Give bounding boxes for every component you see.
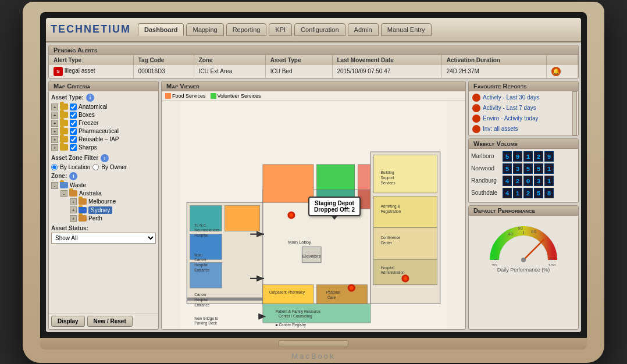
expand-reusable[interactable]: + [51, 136, 58, 143]
svg-text:Services: Services [380, 180, 396, 184]
last-movement-cell: 2015/10/09 07:50:47 [332, 65, 441, 78]
staging-depot-title: Staging Depot [314, 200, 355, 206]
folder-pharmaceutical [60, 128, 68, 134]
map-area[interactable]: Elevators [162, 101, 465, 329]
svg-text:Center: Center [380, 241, 392, 245]
svg-rect-3 [225, 205, 260, 231]
digit-0: 4 [503, 188, 512, 198]
folder-reusable [60, 136, 68, 142]
digit-0: 5 [503, 163, 512, 174]
zone-filter-info-icon[interactable]: i [101, 154, 109, 162]
expand-melbourne[interactable]: + [70, 198, 77, 205]
svg-rect-20 [316, 284, 367, 304]
checkbox-pharmaceutical[interactable] [70, 128, 77, 135]
checkbox-boxes[interactable] [70, 112, 77, 119]
folder-freezer [60, 120, 68, 126]
digit-0: 4 [503, 176, 512, 186]
favourite-item-2[interactable]: Enviro - Activity today [469, 113, 571, 124]
tab-admin[interactable]: Admin [348, 23, 379, 36]
svg-line-70 [523, 240, 544, 260]
tab-manual-entry[interactable]: Manual Entry [381, 23, 432, 36]
expand-sharps[interactable]: + [51, 144, 58, 151]
svg-rect-9 [316, 164, 354, 190]
table-row: S Illegal asset 000016D3 ICU Ext Area IC… [49, 65, 578, 78]
tab-dashboard[interactable]: Dashboard [138, 23, 184, 36]
col-actions [546, 55, 578, 65]
tab-configuration[interactable]: Configuration [294, 23, 345, 36]
pending-alerts-title: Pending Alerts [49, 45, 578, 55]
app-logo: TECHNETIUM [51, 23, 131, 35]
checkbox-freezer[interactable] [70, 120, 77, 127]
randburg-digits: 4 2 0 3 1 [503, 176, 554, 186]
display-button[interactable]: Display [51, 316, 85, 327]
tree-zone-australia: - Australia [60, 190, 156, 198]
svg-text:To N.C.: To N.C. [194, 223, 207, 227]
volume-row-randburg: Randburg 4 2 0 3 1 [471, 176, 576, 186]
favourite-reports-title: Favourite Reports [469, 81, 578, 91]
checkbox-anatomical[interactable] [70, 104, 77, 110]
zone-info-icon[interactable]: i [69, 172, 77, 180]
radio-by-location[interactable] [51, 164, 58, 170]
svg-text:Hospital: Hospital [380, 265, 394, 270]
tab-reporting[interactable]: Reporting [226, 23, 267, 36]
expand-perth[interactable]: + [70, 215, 77, 222]
asset-type-label: Asset Type: i [51, 94, 156, 102]
svg-text:Parking Deck: Parking Deck [194, 321, 217, 326]
svg-rect-8 [263, 164, 314, 202]
expand-sydney[interactable]: + [70, 206, 77, 213]
southdale-digits: 4 1 2 5 8 [503, 188, 554, 198]
checkbox-sharps[interactable] [70, 144, 77, 151]
legend-food-color [165, 93, 171, 99]
tree-item-reusable: + Reusable – IAP [51, 135, 156, 144]
digit-2: 1 [523, 151, 533, 162]
map-criteria-content: Asset Type: i + Anatomical + [49, 91, 158, 313]
folder-boxes [60, 112, 68, 118]
checkbox-reusable[interactable] [70, 136, 77, 143]
svg-text:Center / Counseling: Center / Counseling [279, 314, 312, 319]
svg-text:Admitting &: Admitting & [380, 204, 400, 208]
expand-boxes[interactable]: + [51, 112, 58, 119]
svg-text:Cancer: Cancer [194, 258, 207, 262]
weekly-volume-title: Weekly Volume [469, 139, 578, 149]
activation-duration-cell: 24D:2H:37M [441, 65, 546, 78]
alert-bell-cell[interactable]: 🔔 [546, 65, 578, 78]
alert-bell-icon[interactable]: 🔔 [551, 67, 561, 76]
trackpad [279, 340, 348, 347]
svg-text:Entrance: Entrance [194, 302, 209, 306]
scrollbar-fav[interactable] [572, 91, 577, 135]
expand-australia[interactable]: - [60, 190, 67, 197]
favourite-item-3[interactable]: Inv: all assets [469, 124, 571, 134]
expand-waste[interactable]: - [51, 182, 58, 189]
svg-text:Pastoral: Pastoral [326, 290, 340, 294]
tree-zone-sydney[interactable]: + Sydney [70, 206, 156, 215]
reset-button[interactable]: New / Reset [87, 316, 133, 327]
favourite-item-0[interactable]: Activity - Last 30 days [469, 92, 571, 103]
asset-status-select[interactable]: Show All [51, 233, 156, 244]
map-criteria-panel: Map Criteria Asset Type: i + Anatomical [48, 81, 159, 330]
default-performance-box: Default Performance [468, 205, 579, 330]
favourite-item-1[interactable]: Activity - Last 7 days [469, 103, 571, 113]
tree-item-anatomical: + Anatomical [51, 103, 156, 111]
digit-4: 1 [544, 176, 554, 186]
expand-pharmaceutical[interactable]: + [51, 128, 58, 135]
map-legend: Food Services Volunteer Services [162, 91, 465, 101]
tab-kpi[interactable]: KPI [269, 23, 292, 36]
radio-by-owner[interactable] [92, 164, 99, 170]
tab-mapping[interactable]: Mapping [186, 23, 223, 36]
legend-volunteer-services: Volunteer Services [211, 93, 261, 99]
svg-text:80: 80 [531, 229, 536, 234]
fav-icon-3 [472, 125, 480, 133]
digit-3: 3 [534, 176, 543, 186]
volume-row-norwood: Norwood 5 3 5 5 1 [471, 163, 576, 174]
svg-text:Care: Care [327, 295, 336, 299]
expand-anatomical[interactable]: + [51, 104, 58, 110]
asset-status-label: Asset Status: [51, 225, 156, 231]
sydney-selected[interactable]: Sydney [88, 206, 112, 214]
tree-item-sharps: + Sharps [51, 144, 156, 152]
svg-text:Support: Support [380, 175, 394, 180]
folder-sydney [79, 207, 87, 213]
fav-icon-1 [472, 104, 480, 112]
digit-1: 1 [513, 188, 522, 198]
expand-freezer[interactable]: + [51, 120, 58, 127]
asset-type-info-icon[interactable]: i [86, 94, 94, 102]
